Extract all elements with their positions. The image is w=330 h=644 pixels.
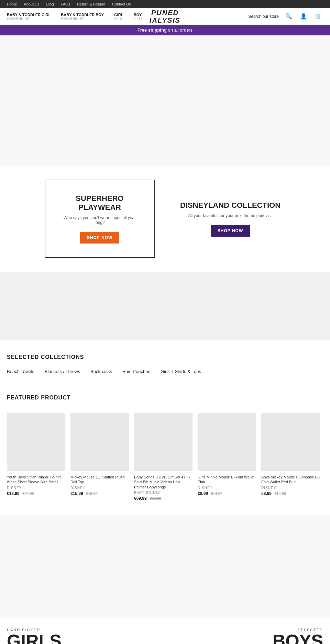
cat-boy[interactable]: BOY 4 – 14 bbox=[134, 13, 142, 20]
footer-girls-group: HAND PICKED GIRLS bbox=[7, 628, 62, 644]
product-original-price-0: €22.99 bbox=[22, 492, 34, 496]
cat-baby-boy[interactable]: BABY & TODDLER BOY 0 MONTHS – 5T bbox=[61, 13, 104, 20]
footer-boys-group: SELECTED BOYS bbox=[273, 628, 323, 644]
cart-button[interactable]: 🛒 bbox=[314, 12, 323, 21]
nav-return[interactable]: Return & Refund bbox=[77, 2, 105, 6]
product-sale-price-2: €69.99 bbox=[134, 496, 147, 501]
products-grid: Youth Boys Stitch Ringer T-Shirt White S… bbox=[7, 409, 323, 508]
collection-rain-ponchos[interactable]: Rain Ponchos bbox=[122, 369, 150, 374]
footer-labels: HAND PICKED GIRLS SELECTED BOYS bbox=[0, 618, 330, 644]
product-image-0 bbox=[7, 413, 65, 471]
collections-list: Beach Towels Blankets / Throws Backpacks… bbox=[7, 369, 323, 374]
product-price-3: €8.99 €14.00 bbox=[198, 491, 256, 496]
product-original-price-2: €99.99 bbox=[150, 496, 161, 500]
product-price-1: €15.99 €19.99 bbox=[70, 491, 129, 496]
superhero-shop-button[interactable]: SHOP NOW bbox=[80, 232, 119, 244]
product-original-price-3: €14.00 bbox=[211, 492, 222, 496]
top-navigation: Home About Us Blog FAQs Return & Refund … bbox=[0, 0, 330, 8]
main-header: BABY & TODDLER GIRL 0 MONTHS – 5T BABY &… bbox=[0, 8, 330, 25]
site-logo[interactable]: PUNED IALYSIS bbox=[150, 9, 180, 24]
product-name-4: Boys Mickey Mouse Clubhouse Bi-Fold Wall… bbox=[261, 475, 320, 485]
collection-backpacks[interactable]: Backpacks bbox=[90, 369, 112, 374]
cat-baby-girl[interactable]: BABY & TODDLER GIRL 0 MONTHS – 5T bbox=[7, 13, 51, 20]
promo-superhero: SUPERHERO PLAYWEAR Who says you can't we… bbox=[45, 180, 155, 258]
promo-disneyland-title: DISNEYLAND COLLECTION bbox=[175, 201, 285, 210]
shipping-text: on all orders bbox=[168, 27, 193, 33]
product-card-2[interactable]: Baby Songs 8 DVD Gift Set 4T T-Shirt Bib… bbox=[134, 413, 192, 501]
product-original-price-1: €19.99 bbox=[86, 492, 98, 496]
shipping-highlight: Free shipping bbox=[138, 27, 167, 33]
bottom-image-area bbox=[0, 515, 330, 618]
product-original-price-4: €14.00 bbox=[274, 492, 286, 496]
product-sale-price-3: €8.99 bbox=[198, 491, 208, 496]
product-brand-0: DISNEY bbox=[7, 486, 65, 490]
product-image-3 bbox=[198, 413, 256, 471]
promo-section: SUPERHERO PLAYWEAR Who says you can't we… bbox=[0, 166, 330, 272]
product-name-2: Baby Songs 8 DVD Gift Set 4T T-Shirt Bib… bbox=[134, 475, 192, 489]
promo-superhero-subtitle: Who says you can't wear capes all year l… bbox=[63, 215, 137, 225]
account-button[interactable]: 👤 bbox=[299, 12, 308, 21]
product-brand-4: DISNEY bbox=[261, 486, 320, 490]
product-price-2: €69.99 €99.99 bbox=[134, 496, 192, 501]
product-price-4: €8.99 €14.00 bbox=[261, 491, 320, 496]
hero-image-area bbox=[0, 35, 330, 166]
nav-contact[interactable]: Contact Us bbox=[112, 2, 131, 6]
nav-blog[interactable]: Blog bbox=[46, 2, 54, 6]
shipping-banner: Free shipping on all orders bbox=[0, 25, 330, 35]
cart-icon: 🛒 bbox=[315, 13, 322, 19]
product-brand-2: BABY SONGS bbox=[134, 491, 192, 495]
collections-title: SELECTED COLLECTIONS bbox=[7, 354, 323, 360]
promo-superhero-title: SUPERHERO PLAYWEAR bbox=[63, 194, 137, 212]
product-brand-3: DISNEY bbox=[198, 486, 256, 490]
footer-boys-big: BOYS bbox=[273, 632, 323, 644]
collections-section: SELECTED COLLECTIONS Beach Towels Blanke… bbox=[0, 340, 330, 381]
product-image-1 bbox=[70, 413, 129, 471]
product-name-1: Mickey Mouse 11" Stuffed Plush Doll Toy bbox=[70, 475, 129, 485]
promo-disneyland-subtitle: All your favorites for your next theme p… bbox=[175, 213, 285, 218]
collection-blankets[interactable]: Blankets / Throws bbox=[45, 369, 80, 374]
mid-image-area bbox=[0, 272, 330, 340]
nav-faqs[interactable]: FAQs bbox=[61, 2, 70, 6]
product-sale-price-4: €8.99 bbox=[261, 491, 272, 496]
search-button[interactable]: 🔍 bbox=[284, 12, 294, 21]
disneyland-shop-button[interactable]: SHOP NOW bbox=[211, 225, 250, 237]
product-name-0: Youth Boys Stitch Ringer T-Shirt White S… bbox=[7, 475, 65, 485]
header-actions: Search our store 🔍 👤 🛒 bbox=[248, 12, 323, 21]
search-icon: 🔍 bbox=[285, 13, 292, 19]
featured-section: FEATURED PRODUCT Youth Boys Stitch Ringe… bbox=[0, 381, 330, 515]
search-label: Search our store bbox=[248, 14, 279, 19]
nav-about[interactable]: About Us bbox=[24, 2, 39, 6]
nav-home[interactable]: Home bbox=[7, 2, 17, 6]
collection-girls-tshirts[interactable]: Girls T-Shirts & Tops bbox=[161, 369, 201, 374]
product-brand-1: DISNEY bbox=[70, 486, 129, 490]
footer-girls-big: GIRLS bbox=[7, 632, 62, 644]
collection-beach-towels[interactable]: Beach Towels bbox=[7, 369, 34, 374]
product-card-3[interactable]: Girls Minnie Mouse Bi-Fold Wallet Pink D… bbox=[198, 413, 256, 501]
category-navigation: BABY & TODDLER GIRL 0 MONTHS – 5T BABY &… bbox=[7, 13, 142, 20]
cat-girl[interactable]: GIRL 4 – 14 bbox=[114, 13, 123, 20]
product-card-0[interactable]: Youth Boys Stitch Ringer T-Shirt White S… bbox=[7, 413, 65, 501]
product-card-4[interactable]: Boys Mickey Mouse Clubhouse Bi-Fold Wall… bbox=[261, 413, 320, 501]
promo-disneyland: DISNEYLAND COLLECTION All your favorites… bbox=[175, 201, 285, 237]
product-image-4 bbox=[261, 413, 320, 471]
product-image-2 bbox=[134, 413, 192, 471]
product-sale-price-0: €18.99 bbox=[7, 491, 20, 496]
featured-title: FEATURED PRODUCT bbox=[7, 395, 323, 401]
account-icon: 👤 bbox=[300, 13, 307, 19]
product-price-0: €18.99 €22.99 bbox=[7, 491, 65, 496]
product-card-1[interactable]: Mickey Mouse 11" Stuffed Plush Doll Toy … bbox=[70, 413, 129, 501]
product-name-3: Girls Minnie Mouse Bi-Fold Wallet Pink bbox=[198, 475, 256, 485]
product-sale-price-1: €15.99 bbox=[70, 491, 83, 496]
